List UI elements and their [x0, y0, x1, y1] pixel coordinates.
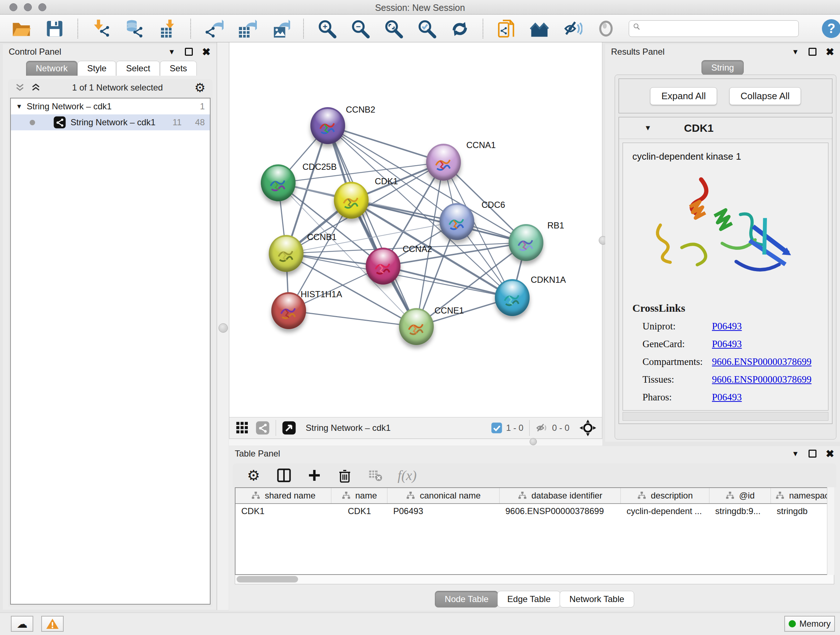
warnings-button[interactable] — [41, 616, 64, 632]
add-column-icon[interactable] — [306, 467, 322, 483]
column-header-database-identifier[interactable]: database identifier — [500, 488, 621, 503]
export-network-icon[interactable] — [203, 18, 224, 39]
import-table-icon[interactable] — [157, 18, 178, 39]
panel-float-icon[interactable] — [808, 450, 816, 458]
node-CCNA1[interactable] — [426, 144, 461, 181]
crosslink-link[interactable]: 9606.ENSP00000378699 — [712, 356, 812, 367]
network-options-gear-icon[interactable]: ⚙ — [195, 80, 205, 95]
node-CCNB2[interactable] — [310, 107, 345, 144]
detach-view-icon[interactable] — [282, 421, 296, 435]
clone-network-icon[interactable] — [496, 18, 516, 39]
tab-sets[interactable]: Sets — [160, 61, 197, 76]
hide-selected-icon[interactable] — [562, 18, 583, 39]
crosslink-link[interactable]: P06493 — [712, 339, 742, 350]
import-network-icon[interactable] — [90, 18, 111, 39]
splitter-grip[interactable] — [530, 438, 537, 445]
network-collection-row[interactable]: ▼ String Network – cdk1 1 — [11, 98, 210, 114]
show-columns-icon[interactable] — [276, 467, 292, 483]
function-builder-icon[interactable]: f(x) — [398, 467, 417, 483]
collapse-arrow-icon[interactable]: ▼ — [16, 103, 22, 111]
panel-close-icon[interactable]: ✖ — [202, 46, 210, 58]
crosslink-link[interactable]: P06493 — [712, 392, 742, 403]
tab-style[interactable]: Style — [77, 61, 116, 76]
first-neighbors-icon[interactable] — [529, 18, 550, 39]
column-header-description[interactable]: description — [621, 488, 709, 503]
refresh-icon[interactable] — [449, 18, 470, 39]
column-header-namespac[interactable]: namespac — [771, 488, 834, 503]
panel-menu-icon[interactable]: ▼ — [792, 450, 799, 458]
fit-content-icon[interactable] — [579, 420, 596, 436]
panel-close-icon[interactable]: ✖ — [826, 46, 834, 58]
zoom-fit-icon[interactable] — [383, 18, 404, 39]
panel-close-icon[interactable]: ✖ — [826, 448, 834, 460]
table-vertical-scrollbar[interactable] — [827, 487, 834, 575]
panel-menu-icon[interactable]: ▼ — [792, 48, 799, 56]
export-image-icon[interactable] — [270, 18, 291, 39]
table-cell[interactable]: P06493 — [387, 504, 500, 519]
results-scrollbar[interactable] — [622, 412, 829, 421]
column-header-shared-name[interactable]: shared name — [235, 488, 332, 503]
table-cell[interactable]: cyclin-dependent ... — [621, 504, 709, 519]
network-row[interactable]: String Network – cdk1 11 48 — [11, 114, 210, 130]
tab-node-table[interactable]: Node Table — [435, 591, 498, 608]
protein-structure-image — [648, 173, 804, 293]
edge-HIST1H1A-CCNE1[interactable] — [289, 310, 416, 326]
crosslink-link[interactable]: P06493 — [712, 321, 742, 332]
zoom-selected-icon[interactable] — [416, 18, 437, 39]
collapse-arrow-icon[interactable]: ▼ — [644, 124, 652, 132]
import-network-database-icon[interactable] — [124, 18, 145, 39]
panel-menu-icon[interactable]: ▼ — [168, 48, 175, 56]
node-CCNB1[interactable] — [269, 235, 303, 272]
zoom-in-icon[interactable]: + — [316, 18, 337, 39]
open-session-icon[interactable] — [11, 18, 32, 39]
collection-count: 1 — [186, 101, 205, 111]
tab-select[interactable]: Select — [116, 61, 160, 76]
node-CDC6[interactable] — [439, 203, 474, 240]
network-canvas[interactable]: CCNB2 CCNA1 CDC25B CDK1 CDC6 RB1 CCNB1 C… — [229, 42, 602, 417]
expand-all-button[interactable]: Expand All — [650, 87, 717, 105]
table-cell[interactable]: CDK1 — [332, 504, 387, 519]
node-CCNE1[interactable] — [399, 308, 434, 345]
delete-column-icon[interactable] — [337, 467, 353, 483]
expand-all-icon[interactable] — [31, 83, 41, 92]
crosslink-link[interactable]: 9606.ENSP00000378699 — [712, 374, 812, 385]
splitter-grip[interactable] — [218, 323, 228, 333]
collapse-all-icon[interactable] — [15, 83, 25, 92]
cloud-button[interactable]: ☁ — [11, 616, 33, 632]
node-RB1[interactable] — [508, 224, 543, 261]
table-cell[interactable]: 9606.ENSP00000378699 — [500, 504, 621, 519]
table-horizontal-scrollbar[interactable] — [235, 575, 834, 584]
search-input[interactable] — [629, 20, 799, 37]
column-header-name[interactable]: name — [332, 488, 387, 503]
collapse-all-button[interactable]: Collapse All — [729, 87, 801, 105]
panel-float-icon[interactable] — [185, 48, 193, 56]
table-options-gear-icon[interactable]: ⚙ — [246, 467, 262, 483]
column-header--id[interactable]: @id — [709, 488, 771, 503]
table-cell[interactable]: CDK1 — [235, 504, 332, 519]
node-CDC25B[interactable] — [261, 165, 295, 201]
panel-float-icon[interactable] — [808, 48, 816, 56]
node-CDK1[interactable] — [334, 182, 369, 219]
tab-network-table[interactable]: Network Table — [560, 591, 634, 608]
node-CDKN1A[interactable] — [495, 279, 530, 316]
edge-CCNB2-CCNA1[interactable] — [328, 126, 444, 162]
tab-network[interactable]: Network — [26, 61, 77, 76]
node-CCNA2[interactable] — [366, 248, 401, 285]
protein-section-header[interactable]: ▼ CDK1 — [619, 117, 832, 139]
save-session-icon[interactable] — [44, 18, 65, 39]
node-label-CCNA1: CCNA1 — [466, 140, 496, 150]
hidden-items-icon — [535, 421, 548, 434]
zoom-out-icon[interactable]: − — [349, 18, 370, 39]
table-row[interactable]: CDK1CDK1P064939606.ENSP00000378699cyclin… — [235, 504, 834, 519]
birdseye-grid-icon[interactable] — [235, 421, 249, 435]
memory-button[interactable]: Memory — [784, 616, 835, 632]
export-table-icon[interactable] — [237, 18, 257, 39]
tab-edge-table[interactable]: Edge Table — [497, 591, 561, 608]
network-view-icon[interactable] — [256, 421, 270, 435]
help-button[interactable]: ? — [822, 19, 840, 38]
table-cell[interactable]: stringdb:9... — [709, 504, 771, 519]
tab-string[interactable]: String — [701, 60, 744, 75]
column-header-canonical-name[interactable]: canonical name — [387, 488, 500, 503]
horizontal-splitter[interactable] — [229, 439, 602, 446]
table-cell[interactable]: stringdb — [771, 504, 834, 519]
